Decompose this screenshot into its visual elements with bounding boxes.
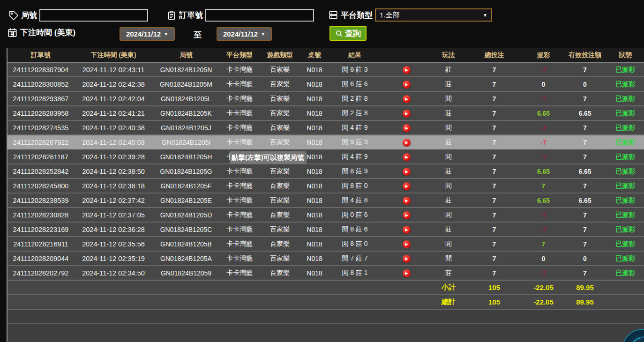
table-row[interactable]: 241112028300852 2024-11-12 02:42:38 GN01…: [7, 77, 644, 92]
round-number-cell[interactable]: GN01824B1205H: [153, 153, 219, 161]
round-input[interactable]: [39, 9, 148, 22]
table-row[interactable]: 241112028223169 2024-11-12 02:36:28 GN01…: [7, 223, 644, 237]
round-number-cell[interactable]: GN01824B1205N: [153, 66, 219, 74]
platform-cell: 卡卡灣廳: [219, 66, 260, 74]
date-from-picker[interactable]: 2024/11/12 ▼: [120, 27, 175, 41]
table-row[interactable]: 241112028267922 2024-11-12 02:40:03 GN01…: [7, 135, 644, 150]
column-header: 派彩: [524, 51, 563, 59]
table-row[interactable]: 241112028274535 2024-11-12 02:40:38 GN01…: [7, 121, 644, 135]
date-to-picker[interactable]: 2024/11/12 ▼: [217, 27, 272, 41]
order-number-cell: 241112028238539: [7, 197, 74, 204]
round-number-cell[interactable]: GN01824B1205F: [153, 182, 219, 190]
payout-cell: 7: [524, 182, 563, 190]
replay-play-button[interactable]: ▶: [403, 110, 411, 118]
replay-cell: ▶: [381, 65, 432, 74]
valid-bet-cell: 7: [563, 139, 607, 146]
table-row[interactable]: 241112028216911 2024-11-12 02:35:56 GN01…: [7, 237, 644, 252]
table-row[interactable]: 241112028307904 2024-11-12 02:43:11 GN01…: [7, 63, 644, 77]
search-icon: [335, 30, 343, 37]
total-bet-cell: 7: [465, 255, 524, 262]
table-row[interactable]: 241112028261187 2024-11-12 02:39:28 GN01…: [7, 150, 644, 164]
table-row[interactable]: 241112028202792 2024-11-12 02:34:50 GN01…: [7, 266, 644, 281]
table-body: 241112028307904 2024-11-12 02:43:11 GN01…: [7, 63, 644, 281]
bet-side-cell: 閒: [432, 211, 465, 219]
replay-play-button[interactable]: ▶: [403, 168, 411, 176]
date-range-to-label: 至: [194, 30, 202, 40]
payout-cell: 6.65: [524, 197, 563, 204]
bet-time-cell: 2024-11-12 02:43:11: [74, 66, 153, 74]
valid-bet-cell: 7: [563, 269, 607, 277]
table-row[interactable]: 241112028283958 2024-11-12 02:41:21 GN01…: [7, 106, 644, 121]
bet-time-cell: 2024-11-12 02:38:18: [74, 182, 153, 190]
replay-play-button[interactable]: ▶: [403, 124, 411, 132]
order-number-cell: 241112028283958: [7, 110, 74, 117]
valid-bet-cell: 6.65: [563, 197, 607, 204]
clipboard-icon: [166, 10, 177, 21]
platform-cell: 卡卡灣廳: [219, 196, 260, 205]
total-bet: 105: [465, 298, 524, 306]
status-badge: 已派彩: [607, 167, 644, 176]
round-number-cell[interactable]: GN01824B1205B: [153, 240, 219, 248]
table-row[interactable]: 241112028293867 2024-11-12 02:42:04 GN01…: [7, 92, 644, 106]
replay-play-button[interactable]: ▶: [403, 66, 411, 74]
round-number-cell[interactable]: GN01824B1205G: [153, 168, 219, 175]
play-icon: ▶: [405, 214, 408, 217]
round-number-cell[interactable]: GN01824B12059: [153, 269, 219, 277]
round-number-cell[interactable]: GN01824B1205I: [153, 139, 219, 146]
order-input[interactable]: [205, 9, 314, 22]
bet-time-cell: 2024-11-12 02:42:04: [74, 95, 153, 103]
payout-cell: 6.65: [524, 110, 563, 117]
replay-cell: ▶: [381, 138, 432, 147]
replay-play-button[interactable]: ▶: [403, 269, 411, 277]
result-cell: 閒 8 莊 9: [329, 167, 381, 176]
replay-play-button[interactable]: ▶: [403, 211, 411, 219]
replay-play-button[interactable]: ▶: [403, 139, 411, 147]
game-type-cell: 百家樂: [260, 80, 300, 89]
column-header: 有效投注額: [563, 51, 607, 59]
bet-time-filter-group: 下注時間 (美東): [7, 27, 75, 38]
bet-side-cell: 莊: [432, 196, 465, 205]
round-number-cell[interactable]: GN01824B1205K: [153, 110, 219, 117]
total-bet-cell: 7: [465, 197, 524, 204]
table-number-cell: N018: [300, 139, 329, 146]
play-icon: ▶: [405, 112, 408, 116]
replay-play-button[interactable]: ▶: [403, 226, 411, 234]
status-badge: 已派彩: [607, 109, 644, 118]
column-header: 桌號: [300, 51, 329, 59]
order-filter-group: 訂單號: [166, 9, 314, 22]
floating-assistant-widget[interactable]: [622, 329, 644, 342]
table-number-cell: N018: [300, 226, 329, 233]
replay-play-button[interactable]: ▶: [403, 95, 411, 103]
replay-play-button[interactable]: ▶: [403, 255, 411, 263]
replay-play-button[interactable]: ▶: [403, 240, 411, 248]
game-type-cell: 百家樂: [260, 95, 300, 103]
round-number-cell[interactable]: GN01824B1205J: [153, 124, 219, 132]
column-header: 總投注: [465, 51, 524, 59]
round-number-cell[interactable]: GN01824B1205D: [153, 211, 219, 219]
order-number-cell: 241112028307904: [7, 66, 74, 74]
round-number-cell[interactable]: GN01824B1205C: [153, 226, 219, 233]
replay-play-button[interactable]: ▶: [403, 153, 411, 161]
replay-play-button[interactable]: ▶: [403, 81, 411, 89]
valid-bet-cell: 7: [563, 182, 607, 190]
platform-cell: 卡卡灣廳: [219, 211, 260, 219]
round-number-cell[interactable]: GN01824B1205L: [153, 95, 219, 103]
replay-cell: ▶: [381, 181, 432, 191]
round-number-cell[interactable]: GN01824B1205A: [153, 255, 219, 262]
table-row[interactable]: 241112028238539 2024-11-12 02:37:42 GN01…: [7, 193, 644, 208]
table-row[interactable]: 241112028209044 2024-11-12 02:35:19 GN01…: [7, 252, 644, 266]
replay-play-button[interactable]: ▶: [403, 197, 411, 205]
bet-side-cell: 莊: [432, 138, 465, 147]
replay-play-button[interactable]: ▶: [403, 182, 411, 190]
search-button[interactable]: 查詢: [329, 26, 367, 41]
round-number-cell[interactable]: GN01824B1205E: [153, 197, 219, 204]
status-badge: 已派彩: [607, 124, 644, 132]
table-row[interactable]: 241112028230828 2024-11-12 02:37:05 GN01…: [7, 208, 644, 223]
table-row[interactable]: 241112028252842 2024-11-12 02:38:50 GN01…: [7, 164, 644, 179]
bet-time-label: 下注時間 (美東): [20, 27, 75, 38]
platform-cell: 卡卡灣廳: [219, 124, 260, 132]
round-number-cell[interactable]: GN01824B1205M: [153, 81, 219, 88]
round-label: 局號: [21, 10, 37, 21]
table-row[interactable]: 241112028245800 2024-11-12 02:38:18 GN01…: [7, 179, 644, 193]
platform-select[interactable]: 1.全部 ▼: [375, 8, 492, 22]
